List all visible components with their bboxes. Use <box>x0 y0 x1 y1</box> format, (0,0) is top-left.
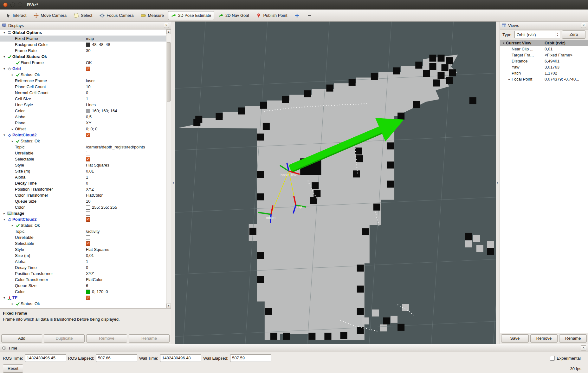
property-value-cell[interactable] <box>84 138 166 144</box>
property-value-cell[interactable] <box>84 72 166 78</box>
property-row-status-ok[interactable]: ▸Status: Ok <box>0 138 166 144</box>
property-row-color[interactable]: Color160; 160; 164 <box>0 108 166 114</box>
views-value-cell[interactable]: 0,01 <box>543 46 588 52</box>
expander-down-icon[interactable]: ▾ <box>2 133 7 137</box>
property-value-cell[interactable]: 0 <box>84 180 166 186</box>
property-value-cell[interactable]: ✓ <box>84 240 166 246</box>
property-value-cell[interactable] <box>84 54 166 60</box>
property-row-grid[interactable]: ▾Grid✓ <box>0 66 166 72</box>
property-value-cell[interactable]: 0,01 <box>84 252 166 258</box>
displays-scrollbar[interactable]: ▲ ▼ <box>166 29 171 308</box>
views-row-near-clip-[interactable]: Near Clip ...0,01 <box>500 46 588 52</box>
property-row-pointcloud2[interactable]: ▾PointCloud2✓ <box>0 216 166 222</box>
property-row-pointcloud2[interactable]: ▾PointCloud2✓ <box>0 132 166 138</box>
checkbox-checked-icon[interactable]: ✓ <box>86 67 90 71</box>
tool-minus-button[interactable] <box>304 11 315 20</box>
property-value-cell[interactable] <box>84 301 166 307</box>
property-row-status-ok[interactable]: ▸Status: Ok <box>0 301 166 307</box>
tool-interact-button[interactable]: Interact <box>3 11 29 20</box>
property-row-alpha[interactable]: Alpha0,5 <box>0 114 166 120</box>
tool-nav-goal-button[interactable]: 2D Nav Goal <box>215 11 252 20</box>
experimental-checkbox[interactable] <box>550 356 555 361</box>
views-value-cell[interactable]: 6,49401 <box>543 58 588 64</box>
checkbox-checked-icon[interactable]: ✓ <box>86 241 90 246</box>
wall-elapsed-input[interactable]: 507.59 <box>230 354 271 362</box>
property-row-color-transformer[interactable]: Color TransformerFlatColor <box>0 277 166 283</box>
property-value-cell[interactable]: 1 <box>84 96 166 102</box>
window-minimize-button[interactable] <box>10 3 15 7</box>
property-row-color-transformer[interactable]: Color TransformerFlatColor <box>0 192 166 198</box>
property-value-cell[interactable]: XYZ <box>84 271 166 277</box>
property-row-color[interactable]: Color255; 255; 255 <box>0 204 166 210</box>
expander-right-icon[interactable]: ▸ <box>10 139 15 143</box>
wall-time-input[interactable]: 1482430496.48 <box>160 354 201 362</box>
property-row-status-ok[interactable]: ▸Status: Ok <box>0 72 166 78</box>
property-value-cell[interactable]: OK <box>84 60 166 66</box>
property-row-cell-size[interactable]: Cell Size1 <box>0 96 166 102</box>
property-value-cell[interactable]: FlatColor <box>84 192 166 198</box>
property-row-tf[interactable]: ▾TF✓ <box>0 295 166 301</box>
scrollbar-up-icon[interactable]: ▲ <box>166 29 171 34</box>
render-viewport[interactable]: base_linkmapodom <box>175 22 496 344</box>
property-row-decay-time[interactable]: Decay Time0 <box>0 180 166 186</box>
property-value-cell[interactable]: 48; 48; 48 <box>84 42 166 48</box>
ros-elapsed-input[interactable]: 507.66 <box>96 354 137 362</box>
property-row-position-transformer[interactable]: Position TransformerXYZ <box>0 271 166 277</box>
right-splitter[interactable]: ▸ <box>496 22 500 344</box>
property-row-plane[interactable]: PlaneXY <box>0 120 166 126</box>
checkbox-checked-icon[interactable]: ✓ <box>86 133 90 137</box>
property-value-cell[interactable]: 160; 160; 164 <box>84 108 166 114</box>
views-value-cell[interactable]: 3,01763 <box>543 64 588 70</box>
color-swatch[interactable] <box>86 290 90 294</box>
expander-down-icon[interactable]: ▾ <box>2 67 7 70</box>
property-row-plane-cell-count[interactable]: Plane Cell Count10 <box>0 84 166 90</box>
left-splitter[interactable]: ◂ <box>171 22 175 344</box>
scrollbar-thumb[interactable] <box>167 42 171 101</box>
checkbox-checked-icon[interactable]: ✓ <box>86 217 90 222</box>
scrollbar-track[interactable] <box>166 34 171 304</box>
property-row-topic[interactable]: Topic/camera/depth_registered/points <box>0 144 166 150</box>
property-row-background-color[interactable]: Background Color48; 48; 48 <box>0 42 166 48</box>
combobox-spinner-icon[interactable]: ▲▼ <box>555 31 560 38</box>
property-row-global-options[interactable]: ▾Global Options <box>0 29 166 36</box>
property-row-decay-time[interactable]: Decay Time0 <box>0 265 166 271</box>
property-value-cell[interactable]: FlatColor <box>84 277 166 283</box>
property-value-cell[interactable]: Flat Squares <box>84 246 166 252</box>
displays-panel-close-icon[interactable]: × <box>164 23 169 28</box>
property-value-cell[interactable]: XYZ <box>84 186 166 192</box>
views-row-current-view[interactable]: ▾Current ViewOrbit (rviz) <box>500 40 588 46</box>
expander-down-icon[interactable]: ▾ <box>2 296 7 299</box>
property-row-alpha[interactable]: Alpha1 <box>0 258 166 265</box>
zero-button[interactable]: Zero <box>562 30 585 39</box>
property-value-cell[interactable]: 1 <box>84 258 166 265</box>
property-value-cell[interactable]: 6 <box>84 283 166 289</box>
property-row-unreliable[interactable]: Unreliable <box>0 150 166 156</box>
property-value-cell[interactable]: Lines <box>84 102 166 108</box>
property-value-cell[interactable]: ✓ <box>84 66 166 72</box>
property-value-cell[interactable] <box>84 234 166 240</box>
reset-button[interactable]: Reset <box>3 364 23 373</box>
expander-down-icon[interactable]: ▾ <box>2 31 7 34</box>
property-row-frame-rate[interactable]: Frame Rate30 <box>0 48 166 54</box>
property-row-global-status-ok[interactable]: ▾Global Status: Ok <box>0 54 166 60</box>
property-row-line-style[interactable]: Line StyleLines <box>0 102 166 108</box>
expander-down-icon[interactable]: ▾ <box>2 218 7 221</box>
views-save-button[interactable]: Save <box>501 334 529 343</box>
expander-right-icon[interactable]: ▸ <box>10 127 15 131</box>
property-row-position-transformer[interactable]: Position TransformerXYZ <box>0 186 166 192</box>
property-value-cell[interactable]: 0 <box>84 90 166 96</box>
checkbox-checked-icon[interactable]: ✓ <box>86 157 90 161</box>
property-value-cell[interactable]: map <box>84 36 166 42</box>
property-row-status-ok[interactable]: ▸Status: Ok <box>0 222 166 228</box>
expander-right-icon[interactable]: ▸ <box>507 77 512 81</box>
property-value-cell[interactable]: ✓ <box>84 132 166 138</box>
property-value-cell[interactable] <box>84 29 166 36</box>
property-value-cell[interactable]: 0,5 <box>84 114 166 120</box>
property-value-cell[interactable] <box>84 150 166 156</box>
property-row-queue-size[interactable]: Queue Size6 <box>0 283 166 289</box>
property-row-offset[interactable]: ▸Offset0; 0; 0 <box>0 126 166 132</box>
views-panel-close-icon[interactable]: × <box>581 23 586 28</box>
3d-scene-canvas[interactable]: base_linkmapodom <box>175 22 496 344</box>
property-row-selectable[interactable]: Selectable✓ <box>0 156 166 162</box>
expander-right-icon[interactable]: ▸ <box>10 302 15 305</box>
